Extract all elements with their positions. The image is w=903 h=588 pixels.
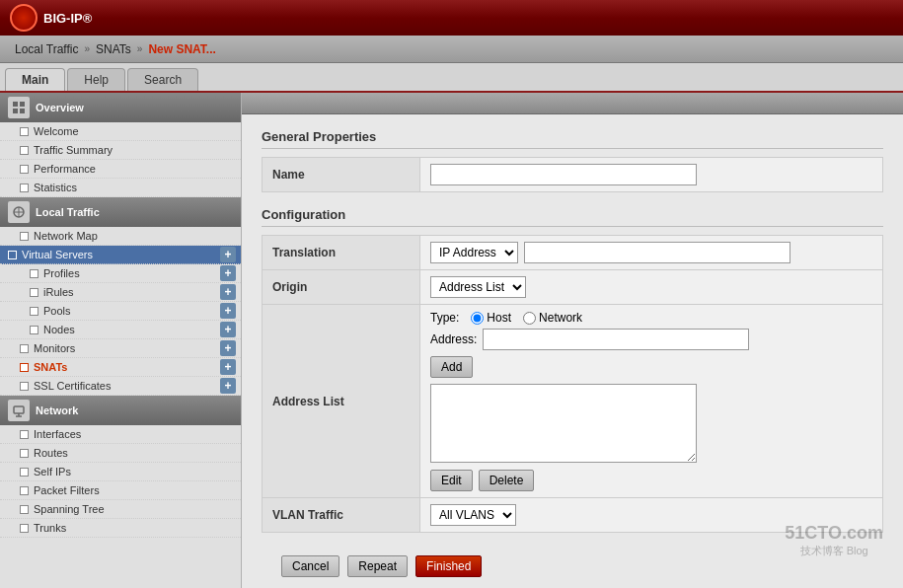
address-list-textarea[interactable] (430, 384, 697, 463)
vlan-traffic-label: VLAN Traffic (263, 498, 420, 533)
breadcrumb-part2[interactable]: SNATs (96, 42, 131, 56)
sidebar-item-label: Routes (34, 447, 68, 459)
sidebar-item-snats[interactable]: SNATs + (0, 358, 241, 377)
sidebar-item-label: Nodes (43, 324, 75, 335)
repeat-button[interactable]: Repeat (347, 555, 408, 577)
checkbox-icon (20, 127, 29, 136)
vlan-traffic-select[interactable]: All VLANS (430, 504, 516, 526)
irules-expand-btn[interactable]: + (220, 284, 236, 300)
delete-button[interactable]: Delete (479, 470, 535, 491)
network-radio-label[interactable]: Network (523, 311, 582, 325)
tab-main[interactable]: Main (5, 68, 65, 91)
host-label: Host (487, 311, 511, 325)
checkbox-icon (20, 430, 29, 439)
sidebar-item-performance[interactable]: Performance (0, 160, 241, 179)
svg-rect-7 (14, 406, 24, 413)
breadcrumb-part1[interactable]: Local Traffic (15, 42, 78, 56)
translation-label: Translation (263, 236, 420, 270)
configuration-table: Translation IP Address Origin (262, 235, 883, 533)
sidebar-item-irules[interactable]: iRules + (0, 283, 241, 302)
add-button[interactable]: Add (430, 356, 473, 378)
host-radio[interactable] (471, 312, 484, 325)
address-list-cell: Type: Host Network (420, 305, 883, 498)
name-input[interactable] (430, 164, 697, 185)
tab-search[interactable]: Search (127, 68, 198, 91)
translation-value-input[interactable] (524, 242, 790, 263)
configuration-title: Configuration (262, 207, 883, 227)
virtual-servers-expand-btn[interactable]: + (220, 247, 236, 262)
sidebar-item-statistics[interactable]: Statistics (0, 179, 241, 197)
vlan-traffic-cell: All VLANS (420, 498, 883, 533)
pools-expand-btn[interactable]: + (220, 303, 236, 319)
sidebar-item-monitors[interactable]: Monitors + (0, 339, 241, 358)
name-label: Name (263, 158, 420, 192)
tab-help[interactable]: Help (67, 68, 125, 91)
nodes-expand-btn[interactable]: + (220, 322, 236, 337)
sidebar: Overview Welcome Traffic Summary Perform… (0, 93, 242, 588)
sidebar-item-pools[interactable]: Pools + (0, 302, 241, 321)
sidebar-section-overview: Overview (0, 93, 241, 122)
content-header (242, 93, 903, 114)
network-label: Network (36, 404, 78, 416)
sidebar-item-packet-filters[interactable]: Packet Filters (0, 481, 241, 500)
checkbox-icon (30, 288, 38, 297)
sidebar-item-ssl-certificates[interactable]: SSL Certificates + (0, 377, 241, 396)
sidebar-item-label: Self IPs (34, 466, 71, 478)
breadcrumb-arrow1: » (84, 43, 90, 54)
sidebar-item-label: Interfaces (34, 428, 81, 440)
network-icon (8, 400, 30, 421)
sidebar-item-label: Trunks (34, 522, 66, 534)
translation-cell: IP Address (420, 236, 883, 270)
checkbox-icon (20, 232, 29, 241)
breadcrumb-arrow2: » (137, 43, 143, 54)
sidebar-section-network: Network (0, 396, 241, 425)
finished-button[interactable]: Finished (415, 555, 482, 577)
sidebar-item-interfaces[interactable]: Interfaces (0, 425, 241, 444)
network-radio[interactable] (523, 312, 536, 325)
configuration-section: Configuration Translation IP Address (262, 207, 883, 533)
svg-rect-1 (20, 102, 25, 107)
content-body: General Properties Name Configuration Tr… (242, 114, 903, 588)
general-properties-title: General Properties (262, 129, 883, 149)
name-cell (420, 158, 883, 192)
checkbox-icon (20, 382, 29, 391)
logo-area: BIG-IP® (10, 4, 92, 32)
main-layout: Overview Welcome Traffic Summary Perform… (0, 93, 903, 588)
edit-button[interactable]: Edit (430, 470, 473, 491)
breadcrumb-current: New SNAT... (148, 42, 215, 56)
address-input[interactable] (483, 329, 749, 350)
sidebar-item-trunks[interactable]: Trunks (0, 519, 241, 538)
overview-icon (8, 97, 30, 118)
tab-bar: Main Help Search (0, 63, 903, 93)
sidebar-item-welcome[interactable]: Welcome (0, 122, 241, 141)
ssl-expand-btn[interactable]: + (220, 378, 236, 394)
local-traffic-icon (8, 201, 30, 223)
cancel-button[interactable]: Cancel (281, 555, 339, 577)
checkbox-icon (8, 251, 17, 259)
sidebar-item-label: Performance (34, 163, 96, 175)
profiles-expand-btn[interactable]: + (220, 265, 236, 281)
sidebar-item-label: Pools (43, 305, 71, 317)
sidebar-item-label: Packet Filters (34, 484, 100, 496)
logo-text: BIG-IP® (43, 11, 92, 26)
sidebar-item-nodes[interactable]: Nodes + (0, 321, 241, 339)
overview-label: Overview (36, 102, 84, 113)
type-group: Type: Host Network (430, 311, 872, 325)
sidebar-item-self-ips[interactable]: Self IPs (0, 463, 241, 481)
sidebar-item-label: iRules (43, 286, 74, 298)
sidebar-item-profiles[interactable]: Profiles + (0, 264, 241, 283)
sidebar-item-virtual-servers[interactable]: Virtual Servers + (0, 246, 241, 264)
sidebar-item-spanning-tree[interactable]: Spanning Tree (0, 500, 241, 519)
origin-type-select[interactable]: Address List (430, 276, 526, 298)
sidebar-item-network-map[interactable]: Network Map (0, 227, 241, 246)
sidebar-item-routes[interactable]: Routes (0, 444, 241, 463)
top-bar: BIG-IP® (0, 0, 903, 36)
monitors-expand-btn[interactable]: + (220, 340, 236, 356)
translation-group: IP Address (430, 242, 872, 263)
checkbox-icon (20, 363, 29, 372)
host-radio-label[interactable]: Host (471, 311, 511, 325)
translation-type-select[interactable]: IP Address (430, 242, 518, 263)
sidebar-item-traffic-summary[interactable]: Traffic Summary (0, 141, 241, 160)
snats-expand-btn[interactable]: + (220, 359, 236, 375)
network-radio-label-text: Network (539, 311, 582, 325)
